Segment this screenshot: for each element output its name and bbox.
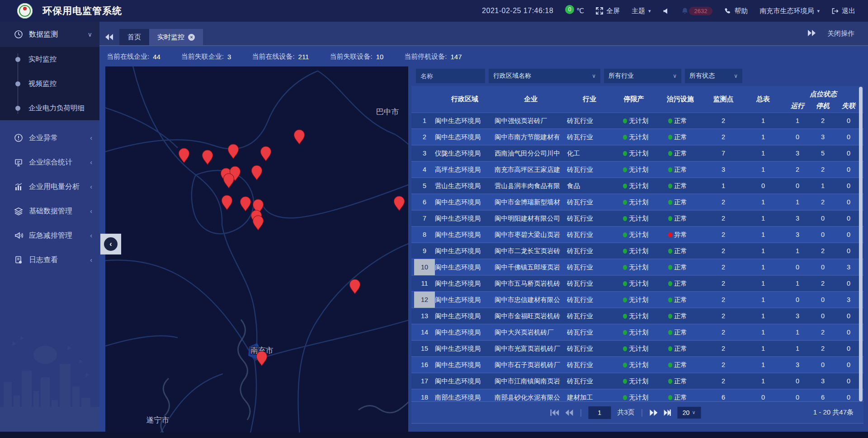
cell-lost: 0 bbox=[835, 394, 862, 401]
cell-industry: 化工 bbox=[567, 149, 612, 158]
cell-company: 阆中市五马桥页岩机砖 bbox=[495, 279, 567, 288]
industry-select[interactable]: 所有行业 ∨ bbox=[604, 69, 681, 83]
megaphone-icon bbox=[14, 231, 24, 240]
cell-lost: 0 bbox=[835, 377, 862, 385]
table-row[interactable]: 18南部生态环境局南部县砂化水泥有限公建材加工无计划正常60060 bbox=[411, 390, 863, 401]
cell-limit-status: 无计划 bbox=[612, 263, 656, 272]
tab-realtime-monitor[interactable]: 实时监控 × bbox=[149, 29, 203, 45]
cell-points: 2 bbox=[705, 329, 741, 336]
first-page-button[interactable] bbox=[550, 410, 559, 416]
status-dot-icon bbox=[623, 330, 627, 335]
status-select[interactable]: 所有状态 ∨ bbox=[685, 69, 742, 83]
bullet-icon bbox=[15, 81, 20, 86]
table-row[interactable]: 5营山生态环境局营山县润丰肉食品有限食品无计划正常10010 bbox=[411, 178, 863, 194]
sidebar-item-0[interactable]: 数据监测∨ bbox=[0, 22, 99, 47]
cell-region: 阆中生态环境局 bbox=[435, 377, 495, 386]
status-dot-icon bbox=[668, 330, 672, 335]
table-row[interactable]: 3仪陇生态环境局西南油气田分公司川中化工无计划正常71350 bbox=[411, 146, 863, 162]
page-size-select[interactable]: 20 ∨ bbox=[677, 407, 701, 419]
table-row[interactable]: 11阆中生态环境局阆中市五马桥页岩机砖砖瓦行业无计划正常21120 bbox=[411, 276, 863, 292]
cell-meters: 1 bbox=[741, 264, 785, 271]
table-row[interactable]: 1阆中生态环境局阆中强锐页岩砖厂砖瓦行业无计划正常21120 bbox=[411, 113, 863, 129]
table-row[interactable]: 9阆中生态环境局阆中市二龙长宝页岩砖砖瓦行业无计划正常21120 bbox=[411, 243, 863, 259]
sidebar-subitem-0[interactable]: 实时监控 bbox=[0, 47, 99, 71]
help-button[interactable]: 帮助 bbox=[724, 7, 748, 15]
next-page-button[interactable] bbox=[649, 410, 657, 416]
cell-run: 2 bbox=[785, 166, 810, 173]
bullet-icon bbox=[15, 57, 20, 62]
sidebar-subitem-2[interactable]: 企业电力负荷明细 bbox=[0, 96, 99, 120]
cell-region: 阆中生态环境局 bbox=[435, 296, 495, 304]
region-select[interactable]: 行政区域名称 ∨ bbox=[489, 69, 600, 83]
status-dot-icon bbox=[623, 118, 627, 123]
table-row[interactable]: 15阆中生态环境局阆中市光富页岩机砖厂砖瓦行业无计划正常21120 bbox=[411, 341, 863, 357]
cell-meters: 0 bbox=[741, 182, 785, 189]
table-row[interactable]: 4高坪生态环境局南充市高坪区王家店建砖瓦行业无计划正常31220 bbox=[411, 162, 863, 178]
table-row[interactable]: 12阆中生态环境局阆中市忠信建材有限公砖瓦行业无计划正常21003 bbox=[411, 292, 863, 308]
last-page-button[interactable] bbox=[664, 410, 671, 416]
table-row[interactable]: 2阆中生态环境局阆中市南方节能建材有砖瓦行业无计划正常21030 bbox=[411, 129, 863, 146]
sidebar-subitem-1[interactable]: 视频监控 bbox=[0, 71, 99, 96]
table-scrollbar[interactable] bbox=[859, 87, 863, 401]
cell-lost: 0 bbox=[835, 133, 862, 141]
cell-facility-status: 正常 bbox=[656, 149, 705, 158]
theme-menu[interactable]: 主题 ▾ bbox=[632, 7, 651, 15]
cell-facility-status: 正常 bbox=[656, 198, 705, 207]
sidebar-item-2[interactable]: 企业综合统计‹ bbox=[0, 150, 99, 174]
map-label-bazhong: 巴中市 bbox=[376, 108, 399, 116]
cell-company: 阆中市光富页岩机砖厂 bbox=[495, 344, 567, 353]
notifications-button[interactable]: 2632 bbox=[681, 7, 713, 15]
table-row[interactable]: 14阆中生态环境局阆中大兴页岩机砖厂砖瓦行业无计划正常21120 bbox=[411, 325, 863, 341]
cell-stop: 2 bbox=[810, 329, 835, 336]
tab-home[interactable]: 首页 bbox=[119, 29, 149, 45]
stat-item-4: 当前停机设备:147 bbox=[404, 52, 462, 61]
board-icon bbox=[14, 157, 24, 167]
table-row[interactable]: 10阆中生态环境局阆中千佛镇五郎垭页岩砖瓦行业无计划正常21003 bbox=[411, 259, 863, 276]
stat-item-1: 当前失联企业:3 bbox=[181, 52, 231, 61]
table-row[interactable]: 6阆中生态环境局阆中市金博瑞新型墙材砖瓦行业无计划正常21120 bbox=[411, 194, 863, 211]
cell-industry: 砖瓦行业 bbox=[567, 279, 612, 288]
page-number-input[interactable] bbox=[588, 406, 611, 419]
tab-close-icon[interactable]: × bbox=[188, 34, 195, 41]
sidebar-item-6[interactable]: 日志查看‹ bbox=[0, 248, 99, 272]
sidebar-item-4[interactable]: 基础数据管理‹ bbox=[0, 199, 99, 223]
cell-industry: 砖瓦行业 bbox=[567, 263, 612, 272]
cell-points: 2 bbox=[705, 117, 741, 124]
table-row[interactable]: 16阆中生态环境局阆中市石子页岩机砖厂砖瓦行业无计划正常21300 bbox=[411, 357, 863, 373]
sidebar-item-5[interactable]: 应急减排管理‹ bbox=[0, 223, 99, 248]
sidebar-item-3[interactable]: 企业用电量分析‹ bbox=[0, 174, 99, 199]
stat-item-2: 当前在线设备:211 bbox=[252, 52, 309, 61]
name-search-input[interactable] bbox=[416, 69, 485, 83]
table-row[interactable]: 13阆中生态环境局阆中市金福旺页岩机砖砖瓦行业无计划正常21300 bbox=[411, 308, 863, 325]
datetime-display: 2021-02-25 17:46:18 bbox=[482, 7, 553, 15]
fullscreen-button[interactable]: 全屏 bbox=[596, 7, 620, 15]
table-row[interactable]: 17阆中生态环境局阆中市江南镇阆南页岩砖瓦行业无计划正常21030 bbox=[411, 373, 863, 390]
table-row[interactable]: 8阆中生态环境局阆中市枣碧大梁山页岩砖瓦行业无计划异常21300 bbox=[411, 227, 863, 243]
cell-run: 1 bbox=[785, 247, 810, 254]
status-dot-icon bbox=[623, 232, 627, 237]
cell-region: 营山生态环境局 bbox=[435, 182, 495, 190]
table-row[interactable]: 7阆中生态环境局阆中明阳建材有限公司砖瓦行业无计划正常21300 bbox=[411, 211, 863, 227]
cell-points: 2 bbox=[705, 280, 741, 287]
cell-stop: 3 bbox=[810, 377, 835, 385]
app-title: 环保用电监管系统 bbox=[42, 5, 122, 17]
sidebar-item-1[interactable]: 企业异常‹ bbox=[0, 126, 99, 150]
cell-limit-status: 无计划 bbox=[612, 149, 656, 158]
cell-lost: 3 bbox=[835, 296, 862, 303]
col-header-point-status: 点位状态 bbox=[785, 86, 862, 99]
tabs-scroll-right-button[interactable] bbox=[807, 30, 816, 38]
cell-points: 2 bbox=[705, 264, 741, 271]
row-number: 13 bbox=[414, 308, 435, 324]
map-panel[interactable]: 巴中市 南充市 遂宁市 bbox=[105, 66, 408, 433]
tabs-scroll-left-button[interactable] bbox=[99, 29, 119, 45]
close-operations-button[interactable]: 关闭操作 bbox=[827, 29, 854, 38]
sidebar-collapse-button[interactable]: ‹ bbox=[100, 234, 121, 254]
status-dot-icon bbox=[668, 151, 672, 156]
org-menu[interactable]: 南充市生态环境局 ▾ bbox=[760, 7, 820, 15]
cell-stop: 0 bbox=[810, 264, 835, 271]
logout-button[interactable]: 退出 bbox=[831, 7, 855, 15]
prev-page-button[interactable] bbox=[565, 410, 573, 416]
content-area: 当前在线企业:44当前失联企业:3当前在线设备:211当前失联设备:10当前停机… bbox=[99, 46, 868, 432]
mute-button[interactable] bbox=[663, 8, 670, 14]
col-header-run: 运行 bbox=[785, 99, 810, 113]
